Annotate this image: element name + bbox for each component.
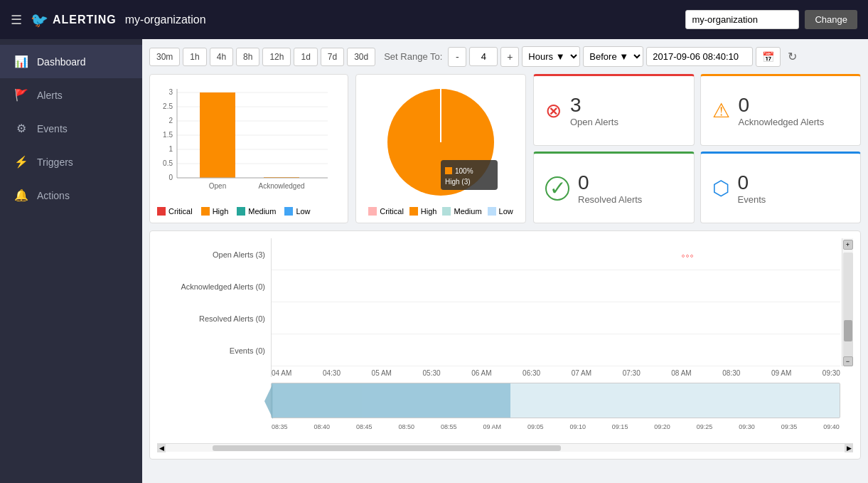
sidebar-item-dashboard[interactable]: 📊 Dashboard [0,45,142,78]
preset-30m[interactable]: 30m [149,48,180,66]
legend-medium: Medium [237,207,276,216]
acknowledged-alerts-icon: ⚠ [712,99,730,122]
nav-tick-11: 09:30 [739,423,755,430]
scroll-right-button[interactable]: ▶ [845,444,853,452]
stat-card-events: ⬡ 0 Events [700,152,862,223]
scrollbar-h[interactable]: ▶ ◀ [157,443,853,452]
svg-text:High   (3): High (3) [445,178,471,186]
scroll-left-button[interactable]: ◀ [157,444,166,452]
alerts-icon: 🚩 [14,88,28,102]
legend-high-label: High [213,207,229,216]
timeline-grid: ⬦⬦⬦ [272,238,840,366]
nav-tick-10: 09:25 [697,423,713,430]
main-layout: 📊 Dashboard 🚩 Alerts ⚙ Events ⚡ Triggers… [0,39,868,483]
tick-04am: 04 AM [272,369,291,377]
svg-rect-23 [445,167,452,174]
preset-12h[interactable]: 12h [262,48,291,66]
content-top: 3 2.5 2 1.5 1 0.5 0 [149,74,861,223]
refresh-button[interactable]: ↻ [788,50,797,63]
tick-06am: 06 AM [471,369,491,377]
sidebar-item-triggers[interactable]: ⚡ Triggers [0,145,142,179]
stat-card-resolved-alerts: ✓ 0 Resolved Alerts [533,152,695,223]
timeline-label-ack: Acknowledged Alerts (0) [157,270,271,302]
resolved-alerts-icon: ✓ [545,176,569,201]
timeline-labels: Open Alerts (3) Acknowledged Alerts (0) … [157,238,271,377]
scroll-up-button[interactable]: + [843,240,853,250]
tick-07am: 07 AM [572,369,591,377]
svg-rect-14 [200,92,235,178]
resolved-alerts-number: 0 [578,171,642,194]
app-logo: 🐦 ALERTING [31,11,117,28]
nav-axis: 08:35 08:40 08:45 08:50 08:55 09 AM 09:0… [272,423,840,430]
nav-tick-0: 08:35 [272,423,288,430]
events-stat-icon: ⬡ [712,176,729,200]
sidebar-item-actions[interactable]: 🔔 Actions [0,179,142,212]
range-before-select[interactable]: Before ▼ After [583,46,643,67]
sidebar-label-dashboard: Dashboard [37,56,86,68]
pie-chart-container: 100% High (3) Critical High Medium [355,74,526,223]
sidebar-label-alerts: Alerts [37,90,63,101]
preset-1h[interactable]: 1h [183,48,206,66]
timeline-xaxis: 04 AM 04:30 05 AM 05:30 06 AM 06:30 07 A… [272,366,840,377]
legend-critical-label: Critical [168,207,193,216]
stats-grid: ⊗ 3 Open Alerts ⚠ 0 Acknowledged Alerts … [533,74,861,223]
stat-card-open-alerts: ⊗ 3 Open Alerts [533,74,695,146]
range-plus-button[interactable]: + [500,47,519,67]
logo-icon: 🐦 [31,11,48,28]
tick-09am: 09 AM [771,369,791,377]
datetime-input[interactable] [646,47,753,66]
app-name: ALERTING [53,14,117,26]
main-content: 30m 1h 4h 8h 12h 1d 7d 30d Set Range To:… [142,39,868,483]
tick-0530: 05:30 [423,369,441,377]
scroll-down-button[interactable]: − [843,356,853,366]
topbar-right: Change [685,10,857,29]
preset-8h[interactable]: 8h [236,48,259,66]
nav-tick-4: 08:55 [441,423,457,430]
pie-legend-low: Low [488,207,513,216]
range-minus-button[interactable]: - [448,47,466,67]
preset-7d[interactable]: 7d [321,48,344,66]
legend-high-color [201,207,210,216]
nav-tick-5: 09 AM [483,423,501,430]
tick-0730: 07:30 [623,369,641,377]
scrollbar-h-thumb[interactable] [213,445,561,451]
tick-0430: 04:30 [323,369,341,377]
timeline-container: Open Alerts (3) Acknowledged Alerts (0) … [149,230,861,460]
range-value-input[interactable] [469,47,498,66]
preset-1d[interactable]: 1d [294,48,317,66]
bar-chart-container: 3 2.5 2 1.5 1 0.5 0 [149,74,348,223]
legend-medium-color [237,207,245,216]
topbar: ☰ 🐦 ALERTING my-organization Change [0,0,868,39]
pie-legend-critical-color [368,207,377,216]
legend-critical: Critical [157,207,193,216]
sidebar-label-actions: Actions [37,190,70,201]
pie-legend-medium-color [442,207,451,216]
calendar-button[interactable]: 📅 [756,47,781,67]
stat-card-acknowledged-alerts: ⚠ 0 Acknowledged Alerts [700,74,862,146]
sidebar-item-alerts[interactable]: 🚩 Alerts [0,78,142,112]
preset-30d[interactable]: 30d [347,48,375,66]
timeline-row-events [272,334,840,366]
svg-text:1: 1 [168,145,173,153]
nav-tick-13: 09:40 [823,423,840,430]
range-unit-select[interactable]: Hours ▼ Days Minutes [522,46,580,67]
sidebar: 📊 Dashboard 🚩 Alerts ⚙ Events ⚡ Triggers… [0,39,142,483]
svg-text:3: 3 [168,88,173,96]
triggers-icon: ⚡ [14,155,28,169]
set-range-label: Set Range To: [384,51,442,62]
sidebar-item-events[interactable]: ⚙ Events [0,112,142,145]
nav-tick-9: 09:20 [654,423,670,430]
scroll-thumb[interactable] [844,320,852,341]
preset-4h[interactable]: 4h [210,48,233,66]
timeline-row-resolved [272,302,840,334]
menu-icon[interactable]: ☰ [11,12,22,28]
stat-card-resolved-info: 0 Resolved Alerts [578,171,642,205]
change-org-button[interactable]: Change [805,10,857,29]
open-alerts-number: 3 [570,94,618,117]
org-search-input[interactable] [685,10,799,29]
timeline-label-events: Events (0) [157,334,271,366]
sidebar-label-triggers: Triggers [37,156,73,168]
pie-legend-high-label: High [421,207,437,216]
nav-tick-2: 08:45 [356,423,373,430]
tick-05am: 05 AM [372,369,392,377]
